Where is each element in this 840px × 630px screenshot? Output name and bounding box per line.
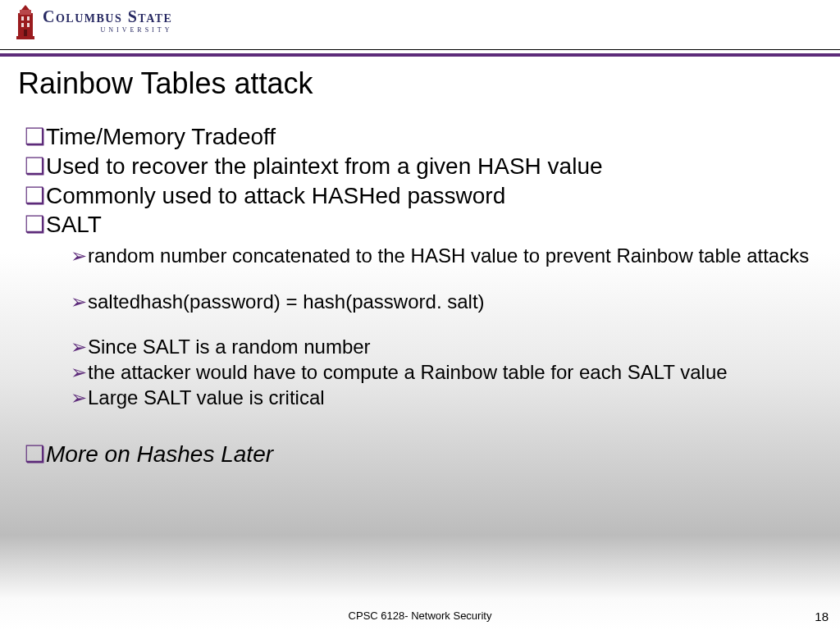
square-bullet-icon: ❑ bbox=[25, 122, 45, 152]
slide-title: Rainbow Tables attack bbox=[18, 66, 822, 101]
bullet-1: ❑ Time/Memory Tradeoff bbox=[18, 122, 822, 152]
sub-4-text: the attacker would have to compute a Rai… bbox=[88, 359, 822, 385]
slide-number: 18 bbox=[815, 609, 829, 623]
sub-2: ➢ saltedhash(password) = hash(password. … bbox=[18, 289, 822, 314]
svg-rect-2 bbox=[20, 10, 31, 15]
sub-3: ➢ Since SALT is a random number bbox=[18, 334, 822, 359]
bullet-4: ❑ SALT bbox=[18, 210, 822, 240]
bullet-3: ❑ Commonly used to attack HASHed passwor… bbox=[18, 181, 822, 211]
arrow-bullet-icon: ➢ bbox=[71, 385, 87, 410]
square-bullet-icon: ❑ bbox=[25, 210, 45, 240]
bullet-5: ❑ More on Hashes Later bbox=[18, 440, 822, 469]
bullet-4-text: SALT bbox=[46, 210, 822, 240]
svg-rect-4 bbox=[21, 16, 24, 21]
arrow-bullet-icon: ➢ bbox=[71, 289, 87, 314]
slide-content: Rainbow Tables attack ❑ Time/Memory Trad… bbox=[0, 57, 840, 469]
logo-tower-icon bbox=[15, 5, 36, 39]
bullet-3-text: Commonly used to attack HASHed password bbox=[46, 181, 822, 211]
sub-5-text: Large SALT value is critical bbox=[88, 385, 822, 410]
sub-3-text: Since SALT is a random number bbox=[88, 334, 822, 359]
logo-word-columbus: Columbus bbox=[43, 7, 122, 25]
square-bullet-icon: ❑ bbox=[25, 152, 45, 181]
arrow-bullet-icon: ➢ bbox=[71, 243, 87, 268]
bullet-2: ❑ Used to recover the plaintext from a g… bbox=[18, 152, 822, 181]
logo-line1: Columbus State bbox=[43, 8, 172, 25]
logo: Columbus State UNIVERSITY bbox=[15, 5, 840, 39]
arrow-bullet-icon: ➢ bbox=[71, 334, 87, 359]
sub-2-text: saltedhash(password) = hash(password. sa… bbox=[88, 289, 822, 314]
square-bullet-icon: ❑ bbox=[25, 181, 45, 211]
bullet-5-text: More on Hashes Later bbox=[46, 440, 822, 469]
svg-rect-8 bbox=[24, 30, 27, 36]
sub-4: ➢ the attacker would have to compute a R… bbox=[18, 359, 822, 385]
bullet-2-text: Used to recover the plaintext from a giv… bbox=[46, 152, 822, 181]
svg-marker-3 bbox=[21, 5, 30, 10]
sub-5: ➢ Large SALT value is critical bbox=[18, 385, 822, 410]
logo-text: Columbus State UNIVERSITY bbox=[43, 8, 172, 34]
square-bullet-icon: ❑ bbox=[25, 440, 45, 469]
svg-rect-7 bbox=[27, 23, 30, 27]
svg-rect-6 bbox=[21, 23, 24, 27]
footer-course: CPSC 6128- Network Security bbox=[0, 609, 840, 622]
divider-thin bbox=[0, 49, 840, 50]
logo-word-state: State bbox=[128, 7, 173, 25]
svg-rect-1 bbox=[16, 36, 34, 39]
bullet-1-text: Time/Memory Tradeoff bbox=[46, 122, 822, 152]
logo-word-university: UNIVERSITY bbox=[43, 26, 172, 34]
svg-rect-5 bbox=[27, 16, 30, 21]
arrow-bullet-icon: ➢ bbox=[71, 359, 87, 385]
sub-1: ➢ random number concatenated to the HASH… bbox=[18, 243, 822, 268]
header: Columbus State UNIVERSITY bbox=[0, 0, 840, 49]
sub-1-text: random number concatenated to the HASH v… bbox=[88, 243, 822, 268]
